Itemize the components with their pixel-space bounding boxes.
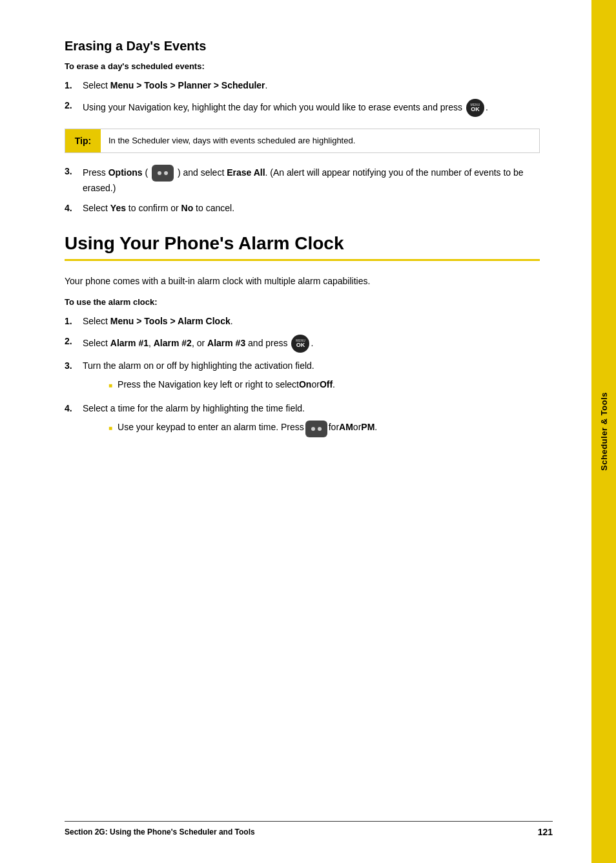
footer-section-label: Section 2G: Using the Phone's Scheduler … (65, 827, 255, 837)
page-container: Erasing a Day's Events To erase a day's … (0, 0, 616, 863)
side-tab-label: Scheduler & Tools (599, 392, 609, 471)
erasing-steps-list: 1. Select Menu > Tools > Planner > Sched… (65, 79, 540, 117)
alarm-subtitle: To use the alarm clock: (65, 297, 540, 307)
tip-label: Tip: (65, 129, 101, 152)
ok-button-icon-2: MENU OK (291, 335, 309, 353)
options-button-icon-2 (305, 421, 327, 437)
erasing-heading: Erasing a Day's Events (65, 39, 540, 54)
erasing-steps-continued: 3. Press Options ( ) and select Erase Al… (65, 165, 540, 215)
erasing-step-1: 1. Select Menu > Tools > Planner > Sched… (65, 79, 540, 92)
alarm-step-4-bullets: Use your keypad to enter an alarm time. … (108, 421, 540, 437)
alarm-step-2: 2. Select Alarm #1, Alarm #2, or Alarm #… (65, 335, 540, 353)
options-button-icon (152, 165, 174, 182)
alarm-heading: Using Your Phone's Alarm Clock (65, 233, 540, 261)
tip-content: In the Scheduler view, days with events … (101, 129, 363, 152)
footer: Section 2G: Using the Phone's Scheduler … (65, 821, 553, 837)
erasing-step-3: 3. Press Options ( ) and select Erase Al… (65, 165, 540, 195)
alarm-step-1: 1. Select Menu > Tools > Alarm Clock. (65, 315, 540, 328)
alarm-step-3-bullets: Press the Navigation key left or right t… (108, 378, 540, 391)
footer-page-number: 121 (538, 827, 553, 837)
tip-box: Tip: In the Scheduler view, days with ev… (65, 129, 540, 153)
ok-button-icon-1: MENU OK (466, 99, 484, 117)
erasing-step-4: 4. Select Yes to confirm or No to cancel… (65, 202, 540, 215)
main-content: Erasing a Day's Events To erase a day's … (0, 0, 591, 863)
erasing-step-2: 2. Using your Navigation key, highlight … (65, 99, 540, 117)
alarm-step-4-bullet-1: Use your keypad to enter an alarm time. … (108, 421, 540, 437)
alarm-steps-list: 1. Select Menu > Tools > Alarm Clock. 2.… (65, 315, 540, 441)
alarm-step-3-bullet-1: Press the Navigation key left or right t… (108, 378, 540, 391)
side-tab: Scheduler & Tools (591, 0, 616, 863)
alarm-intro: Your phone comes with a built-in alarm c… (65, 274, 540, 288)
alarm-step-4: 4. Select a time for the alarm by highli… (65, 402, 540, 441)
alarm-step-3: 3. Turn the alarm on or off by highlight… (65, 359, 540, 395)
erasing-subtitle: To erase a day's scheduled events: (65, 61, 540, 71)
